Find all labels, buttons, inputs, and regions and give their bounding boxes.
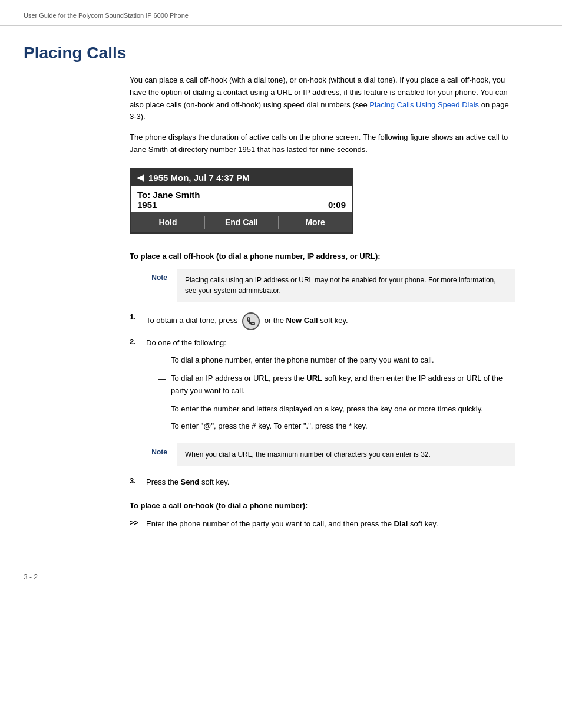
bullet-2-dash: — xyxy=(158,373,166,386)
phone-header-text: 1955 Mon, Jul 7 4:37 PM xyxy=(148,173,250,183)
step-2-content: Do one of the following: — To dial a pho… xyxy=(146,337,515,436)
note1-box: Placing calls using an IP address or URL… xyxy=(177,269,515,302)
page-footer: 3 - 2 xyxy=(0,561,562,593)
page-number: 3 - 2 xyxy=(24,573,38,581)
note1-label: Note xyxy=(130,269,177,282)
bullet-2-content: To dial an IP address or URL, press the … xyxy=(171,373,515,397)
note2-box: When you dial a URL, the maximum number … xyxy=(177,443,515,466)
bullet-1-content: To dial a phone number, enter the phone … xyxy=(171,354,434,367)
sub-paragraph-1: To enter the number and letters displaye… xyxy=(171,403,515,416)
page-title: Placing Calls xyxy=(24,44,538,62)
phone-softkey-endcall[interactable]: End Call xyxy=(204,216,278,229)
phone-softkeys-bar: Hold End Call More xyxy=(131,212,352,232)
phone-number-line: 1951 0:09 xyxy=(137,200,346,212)
bullet-2: — To dial an IP address or URL, press th… xyxy=(158,373,515,397)
phone-to-line: To: Jane Smith xyxy=(137,190,346,200)
phone-number: 1951 xyxy=(137,200,157,210)
steps-wrapper: 1. To obtain a dial tone, press or the N… xyxy=(130,312,515,436)
note1-container: Note Placing calls using an IP address o… xyxy=(130,269,515,302)
note2-label: Note xyxy=(130,443,177,456)
phone-arrow-icon: ◀ xyxy=(137,173,144,182)
step-3-content: Press the Send soft key. xyxy=(146,476,515,489)
note2-container: Note When you dial a URL, the maximum nu… xyxy=(130,443,515,466)
step-3: 3. Press the Send soft key. xyxy=(130,476,515,489)
page-header: User Guide for the Polycom SoundStation … xyxy=(0,0,562,26)
header-text: User Guide for the Polycom SoundStation … xyxy=(24,12,189,19)
onhook-prefix: >> xyxy=(130,518,141,527)
phone-header-bar: ◀ 1955 Mon, Jul 7 4:37 PM xyxy=(131,170,352,186)
phone-display: ◀ 1955 Mon, Jul 7 4:37 PM To: Jane Smith… xyxy=(130,168,353,234)
bullet-1: — To dial a phone number, enter the phon… xyxy=(158,354,515,367)
onhook-step: >> Enter the phone number of the party y… xyxy=(130,518,515,531)
phone-body: To: Jane Smith 1951 0:09 xyxy=(131,186,352,212)
intro-paragraph-2: The phone displays the duration of activ… xyxy=(130,131,515,156)
step-2-number: 2. xyxy=(130,337,141,346)
step-1-number: 1. xyxy=(130,312,141,321)
phone-softkey-more[interactable]: More xyxy=(278,216,352,229)
step-1: 1. To obtain a dial tone, press or the N… xyxy=(130,312,515,330)
onhook-content: Enter the phone number of the party you … xyxy=(146,518,515,531)
phone-duration: 0:09 xyxy=(328,200,346,210)
placing-calls-link[interactable]: Placing Calls Using Speed Dials xyxy=(369,100,479,109)
step-2: 2. Do one of the following: — To dial a … xyxy=(130,337,515,436)
intro-paragraph-1: You can place a call off-hook (with a di… xyxy=(130,74,515,123)
page-content: Placing Calls You can place a call off-h… xyxy=(0,26,562,561)
phone-call-icon xyxy=(242,312,260,330)
onhook-heading: To place a call on-hook (to dial a phone… xyxy=(130,501,515,510)
sub-paragraph-2: To enter "@", press the # key. To enter … xyxy=(171,420,515,433)
bullet-list: — To dial a phone number, enter the phon… xyxy=(158,354,515,433)
phone-softkey-hold[interactable]: Hold xyxy=(131,216,204,229)
bullet-1-dash: — xyxy=(158,354,166,367)
step-3-number: 3. xyxy=(130,476,141,485)
step-1-content: To obtain a dial tone, press or the New … xyxy=(146,312,515,330)
offhook-heading: To place a call off-hook (to dial a phon… xyxy=(130,252,515,261)
